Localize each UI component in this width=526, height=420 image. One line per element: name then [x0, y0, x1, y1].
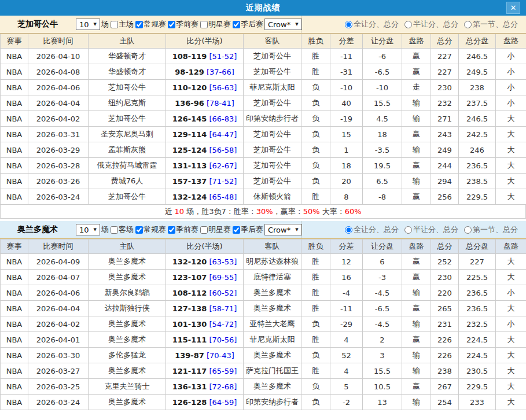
win-loss-cell: 负: [301, 395, 330, 410]
away-team-cell: 芝加哥公牛: [244, 142, 301, 158]
point-diff-cell: -31: [330, 64, 363, 80]
league-cell: NBA: [1, 285, 28, 301]
team-name-label: 奥兰多魔术: [17, 224, 75, 235]
league-cell: NBA: [1, 111, 28, 127]
over-under-cell: 大: [496, 158, 526, 174]
league-cell: NBA: [1, 348, 28, 363]
close-button[interactable]: ✕: [506, 2, 520, 14]
half-time-score: [71-52]: [209, 177, 237, 186]
games-count-select[interactable]: 10▼: [76, 19, 100, 30]
away-team-cell: 芝加哥公牛: [244, 64, 301, 80]
half-time-score: [51-52]: [209, 52, 237, 61]
filter-checkbox-2[interactable]: [168, 21, 175, 28]
column-header: 胜负: [301, 34, 330, 49]
final-score: 132-120: [172, 257, 207, 266]
half-time-score: [56-63]: [209, 83, 237, 92]
scope-radio-1[interactable]: [404, 226, 412, 234]
filter-checkbox-0[interactable]: [111, 226, 118, 234]
total-line-cell: 246.5: [459, 111, 496, 127]
home-team-cell: 奥兰多魔术: [89, 254, 166, 270]
scope-radio-0[interactable]: [345, 21, 352, 28]
final-score: 157-137: [172, 177, 207, 186]
game-row: NBA2026-04-06新奥尔良鹈鹕108-112 [60-52]奥兰多魔术胜…: [1, 285, 526, 301]
final-score: 136-96: [175, 99, 204, 108]
home-team-cell: 华盛顿奇才: [89, 64, 166, 80]
date-cell: 2026-04-06: [28, 80, 89, 95]
league-cell: NBA: [1, 379, 28, 395]
date-cell: 2026-03-29: [28, 142, 89, 158]
over-under-cell: 小: [496, 316, 526, 332]
results-table-2: 赛事比赛时间主队比分(半场)客队胜负分差让分盘盘路总分总分盘盘路NBA2026-…: [0, 239, 526, 410]
final-score: 127-138: [172, 304, 207, 313]
handicap-result-cell: 输: [402, 363, 431, 379]
handicap-line-cell: 10.5: [363, 379, 402, 395]
filter-checkbox-label: 明星赛: [208, 19, 231, 30]
total-points-cell: 226: [431, 348, 459, 363]
column-header: 总分: [431, 34, 459, 49]
league-cell: NBA: [1, 270, 28, 285]
game-row: NBA2026-03-24芝加哥公牛132-124 [65-48]休斯顿火箭胜8…: [1, 189, 526, 205]
odds-source-select[interactable]: Crow*▼: [264, 224, 302, 235]
home-team-cell: 新奥尔良鹈鹕: [89, 285, 166, 301]
filter-checkbox-1[interactable]: [135, 21, 143, 28]
total-line-cell: 236.5: [459, 301, 496, 316]
total-line-cell: 249.5: [459, 64, 496, 80]
over-under-cell: 小: [496, 49, 526, 64]
total-points-cell: 249: [431, 142, 459, 158]
select-value: 10: [79, 20, 89, 29]
date-cell: 2026-04-06: [28, 285, 89, 301]
filter-checkbox-1[interactable]: [135, 226, 143, 234]
header-row: 赛事比赛时间主队比分(半场)客队胜负分差让分盘盘路总分总分盘盘路: [1, 240, 526, 254]
away-team-cell: 芝加哥公牛: [244, 158, 301, 174]
score-cell: 115-111 [70-56]: [166, 332, 244, 348]
final-score: 126-128: [172, 398, 207, 407]
games-count-select[interactable]: 10▼: [76, 224, 100, 235]
point-diff-cell: 4: [330, 363, 363, 379]
away-team-cell: 芝加哥公牛: [244, 174, 301, 189]
league-cell: NBA: [1, 316, 28, 332]
filter-checkbox-2[interactable]: [168, 226, 175, 234]
filter-checkbox-4[interactable]: [233, 21, 240, 28]
team-name-label: 芝加哥公牛: [17, 19, 75, 30]
filter-checkbox-4[interactable]: [233, 226, 240, 234]
scope-radio-2[interactable]: [464, 226, 472, 234]
handicap-result-cell: 输: [402, 348, 431, 363]
scope-radio-1[interactable]: [404, 21, 412, 28]
total-line-cell: 236.5: [459, 158, 496, 174]
league-cell: NBA: [1, 395, 28, 410]
scope-radio-0[interactable]: [345, 226, 352, 234]
handicap-line-cell: 6: [363, 254, 402, 270]
home-team-cell: 芝加哥公牛: [89, 80, 166, 95]
win-loss-cell: 负: [301, 316, 330, 332]
win-loss-cell: 负: [301, 142, 330, 158]
over-under-cell: 大: [496, 174, 526, 189]
total-points-cell: 294: [431, 174, 459, 189]
date-cell: 2026-04-04: [28, 95, 89, 111]
column-header: 比赛时间: [28, 240, 89, 254]
league-cell: NBA: [1, 174, 28, 189]
away-team-cell: 印第安纳步行者: [244, 111, 301, 127]
game-row: NBA2026-03-28俄克拉荷马城雷霆131-113 [62-67]芝加哥公…: [1, 158, 526, 174]
final-score: 126-145: [172, 115, 207, 123]
filter-checkbox-3[interactable]: [200, 21, 208, 28]
dialog-titlebar: 近期战绩 ✕: [0, 0, 526, 16]
handicap-line-cell: -3: [363, 270, 402, 285]
home-team-cell: 奥兰多魔术: [89, 332, 166, 348]
game-row: NBA2026-03-25克里夫兰骑士136-131 [72-68]奥兰多魔术负…: [1, 379, 526, 395]
dialog-title: 近期战绩: [246, 3, 281, 13]
game-row: NBA2026-03-27奥兰多魔术121-117 [65-59]萨克拉门托国王…: [1, 363, 526, 379]
odds-source-select[interactable]: Crow*▼: [264, 19, 302, 30]
handicap-line-cell: -10: [363, 80, 402, 95]
filter-checkbox-3[interactable]: [200, 226, 208, 234]
final-score: 108-119: [172, 52, 207, 61]
filter-checkbox-0[interactable]: [111, 21, 118, 28]
score-cell: 101-130 [54-72]: [166, 316, 244, 332]
handicap-line-cell: 2: [363, 332, 402, 348]
scope-radio-2[interactable]: [464, 21, 472, 28]
final-score: 136-131: [172, 382, 207, 391]
total-line-cell: 229.5: [459, 189, 496, 205]
date-cell: 2026-03-31: [28, 127, 89, 142]
half-time-score: [65-48]: [209, 193, 237, 201]
select-value: 10: [79, 226, 89, 234]
home-team-cell: 奥兰多魔术: [89, 270, 166, 285]
